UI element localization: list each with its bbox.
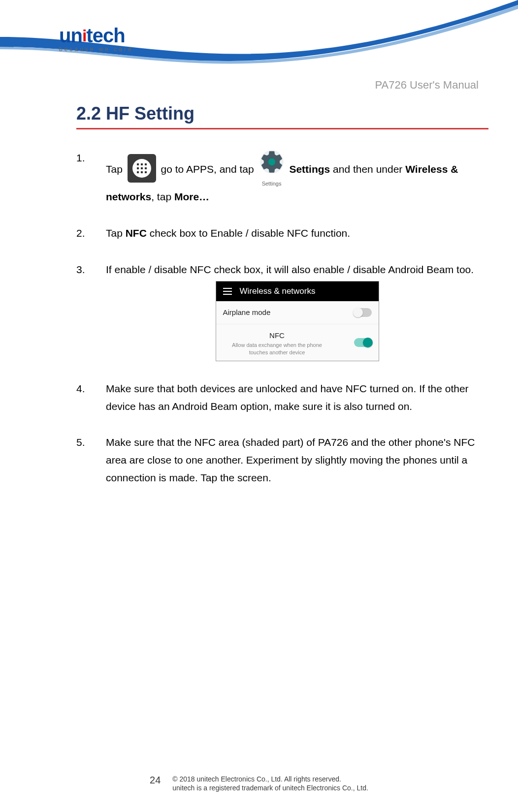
page-number: 24 (150, 775, 161, 786)
step-1-text-b: go to APPS, and tap (161, 163, 257, 175)
step-1-text-d: and then under (330, 163, 405, 175)
hamburger-icon (223, 288, 232, 295)
header-accent-bar (0, 44, 14, 48)
step-5-number: 5. (76, 434, 85, 451)
svg-point-1 (268, 158, 275, 165)
step-3: 3. If enable / disable NFC check box, it… (76, 261, 488, 361)
settings-icon-label: Settings (259, 179, 285, 188)
nfc-row: NFC Allow data exchange when the phone t… (216, 324, 379, 361)
step-3-text: If enable / disable NFC check box, it wi… (106, 264, 474, 275)
copyright-line-2: unitech is a registered trademark of uni… (172, 784, 368, 792)
wireless-networks-screenshot: Wireless & networks Airplane mode NFC Al… (216, 281, 379, 361)
nfc-sublabel: Allow data exchange when the phone touch… (223, 342, 331, 356)
copyright-line-1: © 2018 unitech Electronics Co., Ltd. All… (172, 775, 341, 783)
step-1-number: 1. (76, 149, 85, 167)
apps-icon (128, 154, 156, 183)
doc-title: PA726 User's Manual (375, 79, 479, 92)
step-5: 5. Make sure that the NFC area (shaded p… (76, 434, 488, 486)
settings-icon: Settings (259, 149, 285, 188)
brand-prefix: un (59, 25, 82, 46)
shot-appbar: Wireless & networks (216, 281, 379, 301)
airplane-mode-toggle (354, 308, 372, 317)
airplane-mode-label: Airplane mode (223, 306, 271, 319)
nfc-label: NFC (223, 329, 331, 342)
step-4-number: 4. (76, 380, 85, 398)
step-5-text: Make sure that the NFC area (shaded part… (106, 437, 475, 483)
step-1: 1. Tap go to APPS, and tap Settings Sett… (76, 149, 488, 206)
step-4: 4. Make sure that both devices are unloc… (76, 380, 488, 415)
step-1-text-c: Settings (289, 163, 330, 175)
brand-logo: unitech because we care (59, 25, 133, 53)
step-2-text-c: check box to Enable / disable NFC functi… (147, 227, 350, 239)
step-2-text-a: Tap (106, 227, 126, 239)
nfc-toggle (354, 338, 372, 347)
section-rule (76, 128, 488, 129)
step-1-text-f: , tap (151, 191, 174, 202)
content-area: 2.2 HF Setting 1. Tap go to APPS, and ta… (76, 103, 488, 505)
step-4-text: Make sure that both devices are unlocked… (106, 383, 469, 412)
step-2-number: 2. (76, 224, 85, 242)
step-2-text-b: NFC (126, 227, 147, 239)
step-2: 2. Tap NFC check box to Enable / disable… (76, 224, 488, 242)
shot-title: Wireless & networks (240, 284, 316, 299)
step-1-text-a: Tap (106, 163, 123, 175)
page-footer: 24 © 2018 unitech Electronics Co., Ltd. … (0, 775, 518, 792)
brand-tagline: because we care (59, 46, 133, 53)
brand-suffix: tech (86, 25, 125, 46)
brand-i: i (82, 26, 86, 45)
airplane-mode-row: Airplane mode (216, 301, 379, 324)
step-1-text-g: More… (174, 191, 209, 202)
section-title: 2.2 HF Setting (76, 103, 488, 124)
step-3-number: 3. (76, 261, 85, 279)
